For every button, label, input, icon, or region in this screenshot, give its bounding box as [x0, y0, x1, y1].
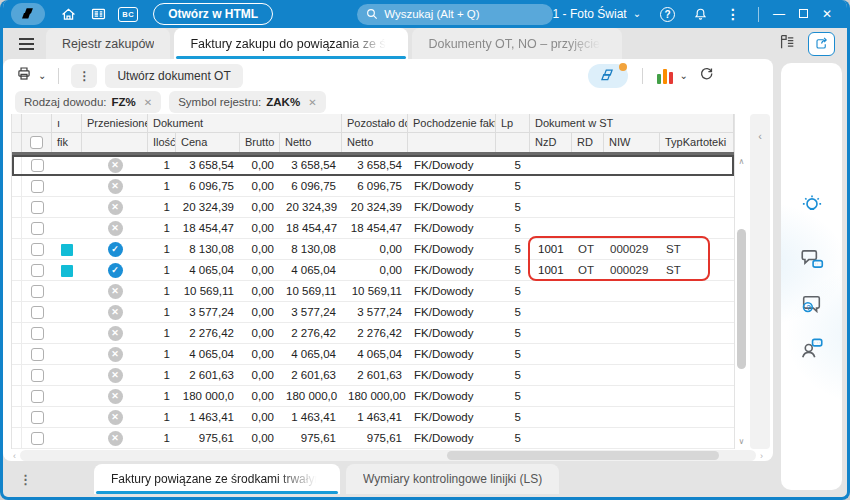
home-button[interactable]: [58, 4, 78, 24]
company-selector[interactable]: 1 - Foto Świat: [553, 7, 627, 21]
row-select-cell[interactable]: [22, 197, 52, 218]
cell-nzd[interactable]: [530, 155, 572, 176]
cell-lp[interactable]: 5: [496, 176, 530, 197]
bc-module-button[interactable]: BC: [118, 4, 138, 24]
cell-pozostalo_netto[interactable]: 2 601,63: [342, 365, 408, 386]
cell-niw[interactable]: [604, 407, 660, 428]
cell-brutto[interactable]: 0,00: [240, 260, 280, 281]
cell-niw[interactable]: [604, 302, 660, 323]
cell-nzd[interactable]: [530, 218, 572, 239]
open-in-html-button[interactable]: Otwórz w HTML: [153, 3, 273, 25]
cell-brutto[interactable]: 0,00: [240, 176, 280, 197]
row-checkbox[interactable]: [31, 327, 44, 340]
remove-filter-icon[interactable]: ✕: [308, 97, 316, 108]
cell-ilosc[interactable]: 1: [148, 197, 176, 218]
cell-rd[interactable]: [572, 176, 604, 197]
cell-typ[interactable]: [660, 428, 734, 449]
header-brutto[interactable]: Brutto: [240, 133, 280, 152]
scroll-down-icon[interactable]: ∨: [735, 435, 748, 449]
cell-pochodzenie[interactable]: FK/Dowody: [408, 281, 496, 302]
cell-rd[interactable]: OT: [572, 239, 604, 260]
cell-lp[interactable]: 5: [496, 407, 530, 428]
table-row[interactable]: ✓18 130,080,008 130,080,00FK/Dowody51001…: [12, 239, 734, 260]
cell-ilosc[interactable]: 1: [148, 323, 176, 344]
cell-brutto[interactable]: 0,00: [240, 218, 280, 239]
cell-lp[interactable]: 5: [496, 344, 530, 365]
cell-brutto[interactable]: 0,00: [240, 323, 280, 344]
row-select-cell[interactable]: [22, 365, 52, 386]
cell-pochodzenie[interactable]: FK/Dowody: [408, 176, 496, 197]
header-clipped-column[interactable]: ı: [52, 114, 82, 132]
chevron-down-icon[interactable]: ⌄: [633, 9, 641, 19]
news-button[interactable]: [88, 4, 108, 24]
cell-brutto[interactable]: 0,00: [240, 155, 280, 176]
cell-cena[interactable]: 180 000,0: [176, 386, 240, 407]
cell-pozostalo_netto[interactable]: 2 276,42: [342, 323, 408, 344]
cell-niw[interactable]: [604, 344, 660, 365]
chart-view-button[interactable]: [657, 68, 673, 84]
vertical-scrollbar[interactable]: ∧ ∨: [735, 114, 748, 449]
cell-rd[interactable]: [572, 386, 604, 407]
cell-pochodzenie[interactable]: FK/Dowody: [408, 428, 496, 449]
header-ilosc[interactable]: Ilość: [148, 133, 176, 152]
cell-pochodzenie[interactable]: FK/Dowody: [408, 239, 496, 260]
cell-niw[interactable]: [604, 365, 660, 386]
cell-pozostalo_netto[interactable]: 10 569,11: [342, 281, 408, 302]
cell-pozostalo_netto[interactable]: 975,61: [342, 428, 408, 449]
cell-rd[interactable]: OT: [572, 260, 604, 281]
table-row[interactable]: ✕13 658,540,003 658,543 658,54FK/Dowody5: [12, 155, 734, 176]
view-mode-button[interactable]: [588, 64, 628, 88]
cell-rd[interactable]: [572, 218, 604, 239]
cell-cena[interactable]: 10 569,11: [176, 281, 240, 302]
close-button[interactable]: ✕: [815, 7, 839, 21]
cell-cena[interactable]: 6 096,75: [176, 176, 240, 197]
bottom-tab-faktury-powiazane[interactable]: Faktury powiązane ze środkami trwałymi: [94, 464, 340, 494]
cell-niw[interactable]: [604, 155, 660, 176]
row-select-cell[interactable]: [22, 428, 52, 449]
cell-ilosc[interactable]: 1: [148, 344, 176, 365]
cell-netto[interactable]: 3 658,54: [280, 155, 342, 176]
header-typkartoteki[interactable]: TypKartoteki: [660, 133, 734, 152]
cell-typ[interactable]: [660, 197, 734, 218]
cell-netto[interactable]: 3 577,24: [280, 302, 342, 323]
row-select-cell[interactable]: [22, 323, 52, 344]
cell-netto[interactable]: 2 276,42: [280, 323, 342, 344]
scroll-up-icon[interactable]: ∧: [735, 155, 748, 169]
table-row[interactable]: ✕110 569,110,0010 569,1110 569,11FK/Dowo…: [12, 281, 734, 302]
row-select-cell[interactable]: [22, 386, 52, 407]
tab-faktury-zakupu-do-powiazania[interactable]: Faktury zakupu do powiązania ze środkami…: [174, 28, 408, 59]
tips-button[interactable]: [798, 191, 826, 219]
cell-ilosc[interactable]: 1: [148, 407, 176, 428]
cell-cena[interactable]: 18 454,47: [176, 218, 240, 239]
cell-typ[interactable]: [660, 155, 734, 176]
search-input[interactable]: Wyszukaj (Alt + Q): [357, 4, 552, 25]
row-checkbox[interactable]: [31, 201, 44, 214]
refresh-button[interactable]: [698, 65, 715, 86]
cell-nzd[interactable]: [530, 386, 572, 407]
cell-typ[interactable]: [660, 344, 734, 365]
cell-brutto[interactable]: 0,00: [240, 302, 280, 323]
cell-pochodzenie[interactable]: FK/Dowody: [408, 323, 496, 344]
table-row[interactable]: ✕13 577,240,003 577,243 577,24FK/Dowody5: [12, 302, 734, 323]
cell-lp[interactable]: 5: [496, 197, 530, 218]
cell-rd[interactable]: [572, 428, 604, 449]
cell-cena[interactable]: 975,61: [176, 428, 240, 449]
cell-lp[interactable]: 5: [496, 260, 530, 281]
cell-niw[interactable]: [604, 428, 660, 449]
table-row[interactable]: ✕12 276,420,002 276,422 276,42FK/Dowody5: [12, 323, 734, 344]
cell-pozostalo_netto[interactable]: 3 577,24: [342, 302, 408, 323]
table-row[interactable]: ✕1180 000,00,00180 000,0180 000,00FK/Dow…: [12, 386, 734, 407]
cell-nzd[interactable]: [530, 302, 572, 323]
cell-pozostalo_netto[interactable]: 20 324,39: [342, 197, 408, 218]
cell-rd[interactable]: [572, 407, 604, 428]
cell-rd[interactable]: [572, 155, 604, 176]
header-pozostalo-netto[interactable]: Netto: [342, 133, 408, 152]
table-row[interactable]: ✕14 065,040,004 065,044 065,04FK/Dowody5: [12, 344, 734, 365]
scroll-right-icon[interactable]: ›: [760, 451, 763, 461]
cell-typ[interactable]: [660, 365, 734, 386]
cell-typ[interactable]: ST: [660, 260, 734, 281]
header-group-dokument-w-st[interactable]: Dokument w ST: [530, 114, 734, 132]
cell-ilosc[interactable]: 1: [148, 176, 176, 197]
cell-netto[interactable]: 180 000,0: [280, 386, 342, 407]
cell-lp[interactable]: 5: [496, 239, 530, 260]
